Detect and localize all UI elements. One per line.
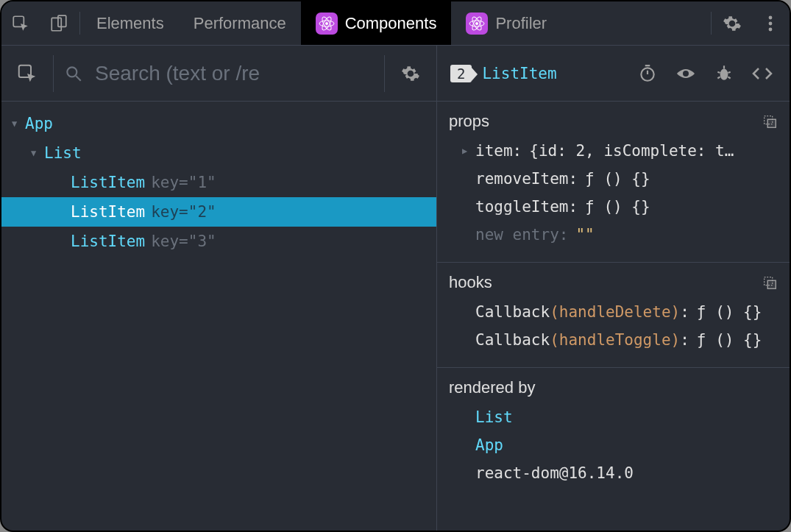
copy-icon[interactable] bbox=[762, 113, 778, 130]
hook-prefix: Callback bbox=[475, 331, 550, 349]
divider bbox=[711, 12, 712, 35]
section-body: Callback(handleDelete): ƒ () {} Callback… bbox=[449, 298, 778, 354]
component-tree-pane: ▼ App ▼ List ListItem key="1" ListItem k… bbox=[1, 46, 437, 531]
debug-icon[interactable] bbox=[710, 60, 738, 88]
tree-key-attr: key= bbox=[151, 174, 188, 191]
tree-key-value: "3" bbox=[188, 233, 216, 250]
tree-settings-icon[interactable] bbox=[385, 46, 436, 101]
prop-key: removeItem bbox=[475, 170, 568, 188]
section-header: rendered by bbox=[449, 378, 778, 397]
section-body: List App react-dom@16.14.0 bbox=[449, 403, 778, 487]
render-count-badge: 2 bbox=[450, 65, 472, 82]
section-header: props bbox=[449, 112, 778, 131]
prop-row[interactable]: removeItem: ƒ () {} bbox=[449, 165, 778, 193]
tab-profiler[interactable]: Profiler bbox=[451, 1, 561, 45]
tree-row-listitem[interactable]: ListItem key="1" bbox=[1, 168, 436, 197]
settings-icon[interactable] bbox=[713, 1, 751, 45]
rendered-link: List bbox=[475, 408, 513, 426]
svg-rect-30 bbox=[767, 280, 776, 288]
devtools-window: Elements Performance Components bbox=[0, 0, 791, 532]
tree-node-name: List bbox=[44, 144, 82, 162]
react-icon bbox=[316, 13, 338, 35]
divider bbox=[79, 12, 80, 35]
rendered-link: App bbox=[475, 436, 503, 454]
prop-value: {id: 2, isComplete: t… bbox=[529, 142, 734, 160]
svg-rect-27 bbox=[767, 119, 776, 127]
suspend-icon[interactable] bbox=[634, 60, 661, 88]
tab-label: Profiler bbox=[495, 14, 547, 33]
tree-node-name: ListItem bbox=[71, 174, 145, 191]
section-header: hooks bbox=[449, 273, 778, 292]
view-source-icon[interactable] bbox=[748, 60, 776, 88]
tree-node-name: ListItem bbox=[71, 233, 145, 250]
tab-elements[interactable]: Elements bbox=[82, 1, 179, 45]
prop-key: new entry bbox=[475, 226, 559, 244]
prop-value: ƒ () {} bbox=[585, 198, 650, 216]
svg-rect-2 bbox=[58, 15, 66, 26]
svg-line-24 bbox=[717, 77, 720, 78]
tree-key-value: "2" bbox=[188, 203, 216, 221]
tab-label: Performance bbox=[194, 14, 286, 33]
svg-rect-1 bbox=[52, 18, 61, 30]
caret-down-icon: ▼ bbox=[12, 118, 25, 129]
tab-performance[interactable]: Performance bbox=[179, 1, 301, 45]
tab-components[interactable]: Components bbox=[301, 1, 452, 45]
detail-header: 2 ListItem bbox=[437, 46, 790, 102]
content-split: ▼ App ▼ List ListItem key="1" ListItem k… bbox=[1, 46, 790, 531]
component-tree: ▼ App ▼ List ListItem key="1" ListItem k… bbox=[1, 102, 436, 531]
tab-label: Elements bbox=[96, 14, 164, 33]
devtools-tabbar: Elements Performance Components bbox=[1, 1, 790, 46]
svg-line-16 bbox=[76, 76, 81, 81]
tree-row-listitem[interactable]: ListItem key="2" bbox=[1, 197, 436, 227]
svg-point-13 bbox=[769, 27, 773, 31]
svg-line-25 bbox=[728, 77, 730, 78]
more-icon[interactable] bbox=[751, 1, 790, 45]
hook-value: ƒ () {} bbox=[697, 303, 762, 321]
tree-row-app[interactable]: ▼ App bbox=[1, 109, 436, 138]
rendered-link-row[interactable]: List bbox=[449, 403, 778, 431]
section-title: rendered by bbox=[449, 378, 535, 397]
svg-point-3 bbox=[325, 22, 328, 25]
prop-key: item bbox=[475, 142, 513, 160]
detail-component-name: ListItem bbox=[482, 65, 623, 82]
tree-node-name: ListItem bbox=[71, 203, 145, 221]
svg-point-12 bbox=[769, 21, 773, 25]
device-toggle-icon[interactable] bbox=[40, 1, 78, 45]
prop-value: "" bbox=[575, 226, 594, 244]
caret-down-icon: ▼ bbox=[31, 148, 44, 158]
svg-point-15 bbox=[67, 67, 77, 77]
component-detail-pane: 2 ListItem bbox=[437, 46, 790, 531]
prop-row[interactable]: toggleItem: ƒ () {} bbox=[449, 193, 778, 221]
svg-line-22 bbox=[717, 71, 720, 72]
section-title: props bbox=[449, 112, 489, 131]
tree-node-name: App bbox=[25, 115, 53, 132]
tree-row-list[interactable]: ▼ List bbox=[1, 138, 436, 168]
hook-name: handleDelete bbox=[559, 303, 671, 321]
rendered-version-row: react-dom@16.14.0 bbox=[449, 459, 778, 487]
hook-name: handleToggle bbox=[559, 331, 671, 349]
section-hooks: hooks Callback(handleDelete): ƒ () {} bbox=[437, 263, 790, 368]
inspect-component-icon[interactable] bbox=[1, 46, 53, 101]
rendered-version: react-dom@16.14.0 bbox=[475, 464, 634, 482]
section-rendered-by: rendered by List App react-dom@16.14.0 bbox=[437, 368, 790, 500]
inspect-dom-icon[interactable] bbox=[672, 60, 700, 88]
section-body: ▶ item: {id: 2, isComplete: t… removeIte… bbox=[449, 137, 778, 249]
svg-point-20 bbox=[720, 68, 728, 79]
section-props: props ▶ item: {id: 2, isComplete: t… bbox=[437, 102, 790, 263]
tree-toolbar bbox=[1, 46, 436, 102]
hook-row[interactable]: Callback(handleDelete): ƒ () {} bbox=[449, 298, 778, 326]
svg-point-7 bbox=[475, 22, 478, 25]
react-icon bbox=[466, 13, 488, 35]
prop-row[interactable]: ▶ item: {id: 2, isComplete: t… bbox=[449, 137, 778, 165]
hook-prefix: Callback bbox=[475, 303, 550, 321]
rendered-link-row[interactable]: App bbox=[449, 431, 778, 459]
tree-row-listitem[interactable]: ListItem key="3" bbox=[1, 227, 436, 256]
prop-key: toggleItem bbox=[475, 198, 568, 216]
prop-new-entry[interactable]: new entry: "" bbox=[449, 221, 778, 249]
section-title: hooks bbox=[449, 273, 492, 292]
inspect-element-icon[interactable] bbox=[1, 1, 40, 45]
svg-point-11 bbox=[769, 15, 773, 19]
search-input[interactable] bbox=[93, 61, 374, 86]
copy-icon[interactable] bbox=[762, 274, 778, 291]
hook-row[interactable]: Callback(handleToggle): ƒ () {} bbox=[449, 326, 778, 354]
